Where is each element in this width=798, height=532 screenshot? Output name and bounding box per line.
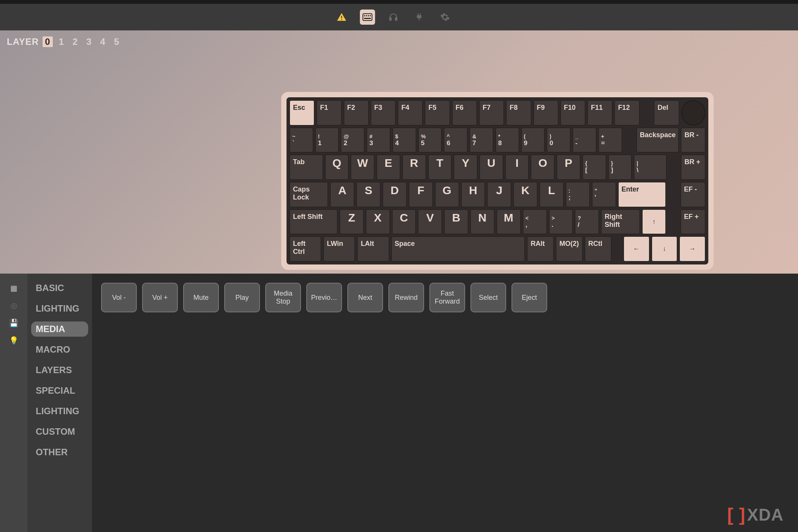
key-f8[interactable]: F8 xyxy=(506,100,531,125)
key-f9[interactable]: F9 xyxy=(534,100,558,125)
rotary-knob[interactable] xyxy=(681,100,705,125)
key-j[interactable]: J xyxy=(487,182,511,207)
key-backslash[interactable]: |\ xyxy=(634,155,667,180)
cat-media[interactable]: MEDIA xyxy=(31,321,88,337)
key-period[interactable]: >. xyxy=(549,209,573,234)
key-x[interactable]: X xyxy=(366,209,390,234)
key-c[interactable]: C xyxy=(392,209,416,234)
key-rshift[interactable]: Right Shift xyxy=(601,209,640,234)
key-4[interactable]: $4 xyxy=(393,128,416,153)
key-n[interactable]: N xyxy=(470,209,494,234)
key-rbracket[interactable]: }] xyxy=(608,155,632,180)
key-w[interactable]: W xyxy=(351,155,374,180)
key-0[interactable]: )0 xyxy=(547,128,570,153)
cat-lighting-2[interactable]: LIGHTING xyxy=(31,404,88,419)
rail-save-icon[interactable]: 💾 xyxy=(8,318,19,328)
key-y[interactable]: Y xyxy=(454,155,477,180)
key-semicolon[interactable]: :; xyxy=(566,182,590,207)
key-r[interactable]: R xyxy=(402,155,426,180)
key-capslock[interactable]: Caps Lock xyxy=(290,182,328,207)
key-comma[interactable]: <, xyxy=(523,209,547,234)
cat-macro[interactable]: MACRO xyxy=(31,342,88,357)
chip-vol-plus[interactable]: Vol + xyxy=(142,283,178,312)
gear-icon[interactable] xyxy=(437,10,453,25)
key-ef-minus[interactable]: EF - xyxy=(681,182,705,207)
chip-play[interactable]: Play xyxy=(224,283,260,312)
key-o[interactable]: O xyxy=(531,155,554,180)
key-backspace[interactable]: Backspace xyxy=(636,128,679,153)
key-i[interactable]: I xyxy=(505,155,529,180)
key-d[interactable]: D xyxy=(383,182,407,207)
key-8[interactable]: *8 xyxy=(496,128,519,153)
key-u[interactable]: U xyxy=(480,155,503,180)
chip-eject[interactable]: Eject xyxy=(511,283,547,312)
key-lwin[interactable]: LWin xyxy=(323,236,355,261)
key-f2[interactable]: F2 xyxy=(344,100,369,125)
key-left[interactable]: ← xyxy=(624,236,649,261)
key-f4[interactable]: F4 xyxy=(398,100,423,125)
key-s[interactable]: S xyxy=(356,182,380,207)
key-6[interactable]: ^6 xyxy=(444,128,467,153)
key-quote[interactable]: "' xyxy=(592,182,616,207)
key-br-minus[interactable]: BR - xyxy=(681,128,705,153)
chip-previous[interactable]: Previo… xyxy=(306,283,342,312)
key-esc[interactable]: Esc xyxy=(290,100,314,125)
key-f11[interactable]: F11 xyxy=(587,100,612,125)
key-mo2[interactable]: MO(2) xyxy=(556,236,583,261)
rail-target-icon[interactable]: ◎ xyxy=(8,300,19,311)
chip-fast-forward[interactable]: Fast Forward xyxy=(429,283,465,312)
key-l[interactable]: L xyxy=(540,182,564,207)
layer-4[interactable]: 4 xyxy=(98,36,108,47)
layer-0[interactable]: 0 xyxy=(43,36,52,47)
key-5[interactable]: %5 xyxy=(418,128,442,153)
key-rctl[interactable]: RCtl xyxy=(585,236,611,261)
key-7[interactable]: &7 xyxy=(470,128,493,153)
key-f7[interactable]: F7 xyxy=(479,100,504,125)
cat-layers[interactable]: LAYERS xyxy=(31,363,88,378)
key-9[interactable]: (9 xyxy=(521,128,545,153)
cat-basic[interactable]: BASIC xyxy=(31,280,88,296)
key-equal[interactable]: += xyxy=(598,128,622,153)
chip-vol-minus[interactable]: Vol - xyxy=(101,283,137,312)
key-m[interactable]: M xyxy=(497,209,521,234)
chip-next[interactable]: Next xyxy=(347,283,383,312)
key-f12[interactable]: F12 xyxy=(614,100,639,125)
keyboard-icon[interactable] xyxy=(360,10,375,25)
rail-bulb-icon[interactable]: 💡 xyxy=(8,335,19,346)
key-3[interactable]: #3 xyxy=(367,128,390,153)
key-t[interactable]: T xyxy=(428,155,452,180)
key-ralt[interactable]: RAlt xyxy=(527,236,554,261)
key-br-plus[interactable]: BR + xyxy=(681,155,705,180)
key-p[interactable]: P xyxy=(557,155,580,180)
key-lalt[interactable]: LAlt xyxy=(357,236,389,261)
key-e[interactable]: E xyxy=(377,155,400,180)
cat-special[interactable]: SPECIAL xyxy=(31,383,88,398)
key-g[interactable]: G xyxy=(435,182,459,207)
key-grave[interactable]: ~` xyxy=(290,128,313,153)
layer-3[interactable]: 3 xyxy=(84,36,94,47)
key-f1[interactable]: F1 xyxy=(317,100,341,125)
key-a[interactable]: A xyxy=(330,182,354,207)
key-2[interactable]: @2 xyxy=(341,128,364,153)
cat-lighting[interactable]: LIGHTING xyxy=(31,301,88,316)
plug-icon[interactable] xyxy=(412,10,427,25)
key-down[interactable]: ↓ xyxy=(652,236,678,261)
key-v[interactable]: V xyxy=(418,209,442,234)
key-h[interactable]: H xyxy=(461,182,485,207)
key-f10[interactable]: F10 xyxy=(560,100,585,125)
key-f6[interactable]: F6 xyxy=(452,100,477,125)
key-1[interactable]: !1 xyxy=(315,128,339,153)
key-lshift[interactable]: Left Shift xyxy=(290,209,337,234)
key-right[interactable]: → xyxy=(679,236,705,261)
chip-select[interactable]: Select xyxy=(470,283,506,312)
key-f3[interactable]: F3 xyxy=(371,100,396,125)
rail-keymap-icon[interactable]: ▦ xyxy=(8,283,19,293)
key-z[interactable]: Z xyxy=(340,209,364,234)
key-k[interactable]: K xyxy=(513,182,537,207)
headset-icon[interactable] xyxy=(386,10,401,25)
key-q[interactable]: Q xyxy=(325,155,349,180)
cat-other[interactable]: OTHER xyxy=(31,445,88,460)
key-minus[interactable]: _- xyxy=(573,128,596,153)
layer-2[interactable]: 2 xyxy=(70,36,80,47)
key-ef-plus[interactable]: EF + xyxy=(681,209,705,234)
